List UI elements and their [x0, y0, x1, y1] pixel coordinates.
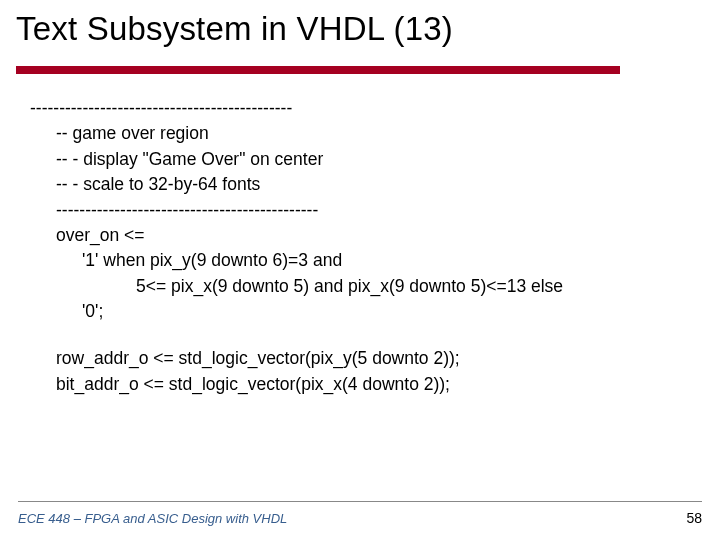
- slide-body: ----------------------------------------…: [30, 96, 690, 397]
- page-number: 58: [686, 510, 702, 526]
- footer-rule: [18, 501, 702, 502]
- code-line-5: row_addr_o <= std_logic_vector(pix_y(5 d…: [30, 346, 690, 371]
- code-dash-top: ----------------------------------------…: [30, 96, 690, 121]
- code-comment-3: -- - scale to 32-by-64 fonts: [30, 172, 690, 197]
- footer-left: ECE 448 – FPGA and ASIC Design with VHDL: [18, 511, 287, 526]
- code-line-4: '0';: [30, 299, 690, 324]
- code-comment-1: -- game over region: [30, 121, 690, 146]
- code-comment-2: -- - display "Game Over" on center: [30, 147, 690, 172]
- code-line-3: 5<= pix_x(9 downto 5) and pix_x(9 downto…: [30, 274, 690, 299]
- blank-line: [30, 324, 690, 346]
- title-underline: [16, 66, 620, 74]
- code-line-2: '1' when pix_y(9 downto 6)=3 and: [30, 248, 690, 273]
- code-line-6: bit_addr_o <= std_logic_vector(pix_x(4 d…: [30, 372, 690, 397]
- code-dash-mid: ----------------------------------------…: [30, 198, 690, 223]
- page-title: Text Subsystem in VHDL (13): [16, 10, 453, 48]
- code-line-1: over_on <=: [30, 223, 690, 248]
